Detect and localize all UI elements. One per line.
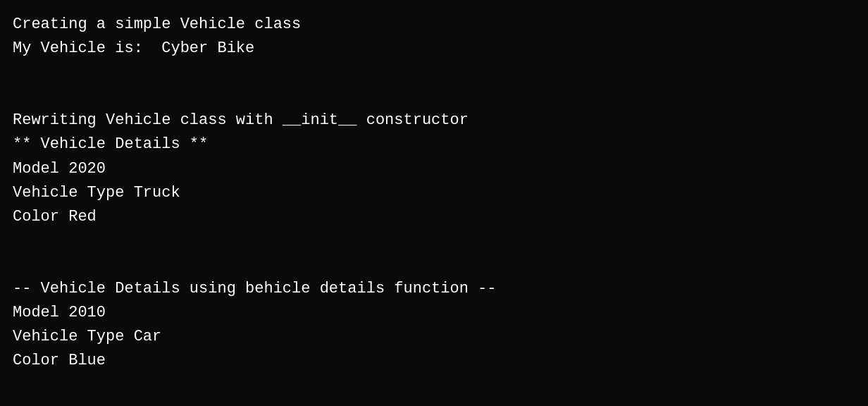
blank-line-1 (13, 61, 855, 85)
output-line-1: Creating a simple Vehicle class (13, 13, 855, 37)
output-line-8: -- Vehicle Details using behicle details… (13, 277, 855, 301)
output-line-7: Color Red (13, 205, 855, 229)
output-line-10: Vehicle Type Car (13, 325, 855, 349)
terminal-output: Creating a simple Vehicle class My Vehic… (0, 0, 868, 406)
output-line-5: Model 2020 (13, 157, 855, 181)
output-line-3: Rewriting Vehicle class with __init__ co… (13, 109, 855, 133)
output-line-9: Model 2010 (13, 301, 855, 325)
blank-line-3 (13, 229, 855, 253)
output-line-2: My Vehicle is: Cyber Bike (13, 37, 855, 61)
output-line-11: Color Blue (13, 349, 855, 373)
output-line-6: Vehicle Type Truck (13, 181, 855, 205)
blank-line-2 (13, 85, 855, 109)
blank-line-4 (13, 253, 855, 277)
output-line-4: ** Vehicle Details ** (13, 133, 855, 156)
